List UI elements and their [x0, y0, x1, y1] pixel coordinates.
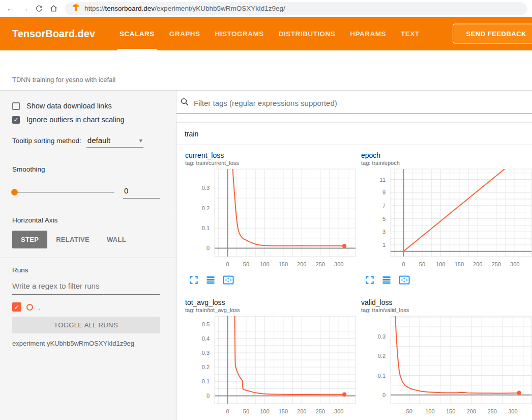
url-host: tensorboard.dev: [105, 5, 155, 12]
tag-filter-row: [176, 91, 532, 114]
line-chart[interactable]: 0501001502002503001357911: [357, 168, 532, 272]
tab-hparams[interactable]: HPARAMS: [350, 17, 386, 50]
show-download-links-row: ✓ Show data download links: [12, 102, 160, 110]
toggle-log-scale-icon[interactable]: [381, 275, 392, 285]
chart-tot-avg-loss: tot_avg_loss tag: train/tot_avg_loss 050…: [181, 298, 357, 420]
chart-title: valid_loss: [361, 298, 532, 306]
svg-text:0: 0: [206, 245, 210, 251]
svg-text:300: 300: [334, 408, 343, 414]
svg-text:0.2: 0.2: [202, 364, 210, 370]
chart-epoch: epoch tag: train/epoch 05010015020025030…: [357, 151, 532, 285]
axis-step-button[interactable]: STEP: [12, 231, 47, 248]
url-scheme: https://: [84, 5, 105, 12]
run-checkbox[interactable]: ✓: [12, 302, 21, 312]
line-chart[interactable]: 05010015020025030000.10.20.30.40.5: [181, 315, 357, 419]
send-feedback-button[interactable]: SEND FEEDBACK: [453, 24, 532, 44]
smoothing-label: Smoothing: [12, 165, 160, 173]
expand-chart-icon[interactable]: [189, 275, 199, 285]
svg-text:300: 300: [508, 408, 517, 414]
svg-text:0.3: 0.3: [378, 333, 386, 340]
svg-text:5: 5: [382, 216, 386, 222]
svg-text:0.3: 0.3: [202, 350, 210, 356]
tooltip-sorting-value: default: [87, 136, 110, 145]
svg-text:3: 3: [382, 229, 386, 235]
svg-text:0.3: 0.3: [202, 185, 210, 191]
svg-text:250: 250: [492, 261, 501, 267]
horizontal-axis-buttons: STEP RELATIVE WALL: [12, 231, 160, 248]
run-row: ✓ .: [12, 302, 160, 312]
smoothing-slider-thumb[interactable]: [11, 189, 18, 195]
tab-scalars[interactable]: SCALARS: [120, 17, 155, 50]
svg-text:0: 0: [226, 261, 229, 267]
show-download-links-checkbox[interactable]: ✓: [12, 102, 20, 110]
svg-text:200: 200: [297, 261, 306, 267]
svg-text:50: 50: [406, 408, 412, 414]
chart-title: current_loss: [185, 151, 357, 159]
check-icon: ✓: [14, 304, 20, 311]
back-icon[interactable]: ←: [4, 2, 17, 15]
runs-label: Runs: [12, 266, 160, 274]
smoothing-value-input[interactable]: [123, 186, 160, 199]
svg-text:150: 150: [279, 408, 288, 414]
divider: [0, 258, 176, 258]
svg-text:250: 250: [316, 261, 325, 267]
tab-distributions[interactable]: DISTRIBUTIONS: [279, 17, 336, 50]
address-bar[interactable]: https://tensorboard.dev/experiment/yKUbh…: [65, 2, 527, 15]
svg-text:100: 100: [260, 408, 269, 414]
train-section-card: train current_loss tag: train/current_lo…: [176, 122, 532, 420]
svg-text:0.2: 0.2: [378, 353, 386, 359]
forward-icon: →: [18, 2, 32, 15]
chart-tag: tag: train/epoch: [361, 160, 532, 166]
svg-text:150: 150: [446, 408, 455, 414]
runs-filter-input[interactable]: [12, 274, 160, 295]
line-chart[interactable]: 5010015020025030000.10.20.3: [357, 315, 532, 419]
svg-text:0.5: 0.5: [202, 321, 210, 327]
svg-text:200: 200: [467, 408, 476, 414]
svg-text:7: 7: [382, 203, 386, 209]
svg-text:11: 11: [380, 177, 386, 183]
ignore-outliers-checkbox[interactable]: ✓: [12, 116, 20, 124]
divider: [0, 208, 176, 208]
svg-text:0.1: 0.1: [378, 373, 386, 379]
app-brand[interactable]: TensorBoard.dev: [12, 28, 95, 40]
svg-text:0.1: 0.1: [202, 225, 210, 231]
tag-filter-input[interactable]: [194, 99, 532, 107]
content: ✓ Show data download links ✓ Ignore outl…: [0, 91, 532, 420]
tab-graphs[interactable]: GRAPHS: [169, 17, 200, 50]
toggle-all-runs-button[interactable]: TOGGLE ALL RUNS: [12, 317, 160, 333]
tab-text[interactable]: TEXT: [401, 17, 420, 50]
ignore-outliers-label: Ignore outliers in chart scaling: [26, 116, 125, 124]
fit-domain-icon[interactable]: [398, 275, 410, 285]
axis-relative-button[interactable]: RELATIVE: [47, 231, 98, 248]
fit-domain-icon[interactable]: [222, 275, 234, 285]
line-chart[interactable]: 05010015020025030000.10.20.3: [181, 168, 357, 272]
tooltip-sorting-select[interactable]: default ▾: [86, 136, 143, 148]
expand-chart-icon[interactable]: [365, 275, 375, 285]
run-name: .: [38, 303, 40, 311]
toggle-log-scale-icon[interactable]: [205, 275, 216, 285]
svg-text:0: 0: [402, 261, 405, 267]
run-color-swatch: [26, 304, 33, 311]
svg-text:300: 300: [334, 261, 343, 267]
tab-histograms[interactable]: HISTOGRAMS: [215, 17, 264, 50]
train-section-header[interactable]: train: [176, 123, 532, 145]
chart-tag: tag: train/valid_loss: [361, 307, 532, 313]
axis-wall-button[interactable]: WALL: [98, 231, 135, 248]
svg-text:1: 1: [382, 242, 386, 248]
chart-valid-loss: valid_loss tag: train/valid_loss 5010015…: [357, 298, 532, 420]
chevron-down-icon: ▾: [139, 137, 142, 144]
experiment-title: TDNN training for yesno with icefall: [12, 76, 115, 83]
chart-current-loss: current_loss tag: train/current_loss 050…: [181, 151, 357, 285]
refresh-icon[interactable]: [33, 2, 46, 15]
browser-toolbar: ← → https://tensorboard.dev/experiment/y…: [0, 0, 532, 17]
home-icon[interactable]: [47, 2, 60, 15]
smoothing-slider[interactable]: [12, 192, 114, 193]
svg-text:200: 200: [297, 408, 306, 414]
svg-text:50: 50: [243, 408, 249, 414]
ignore-outliers-row: ✓ Ignore outliers in chart scaling: [12, 116, 160, 124]
svg-text:0.4: 0.4: [202, 335, 210, 342]
tensorboard-favicon-icon: [72, 4, 80, 13]
app-header: TensorBoard.dev SCALARS GRAPHS HISTOGRAM…: [0, 17, 532, 50]
divider: [0, 157, 176, 157]
svg-text:100: 100: [260, 261, 269, 267]
